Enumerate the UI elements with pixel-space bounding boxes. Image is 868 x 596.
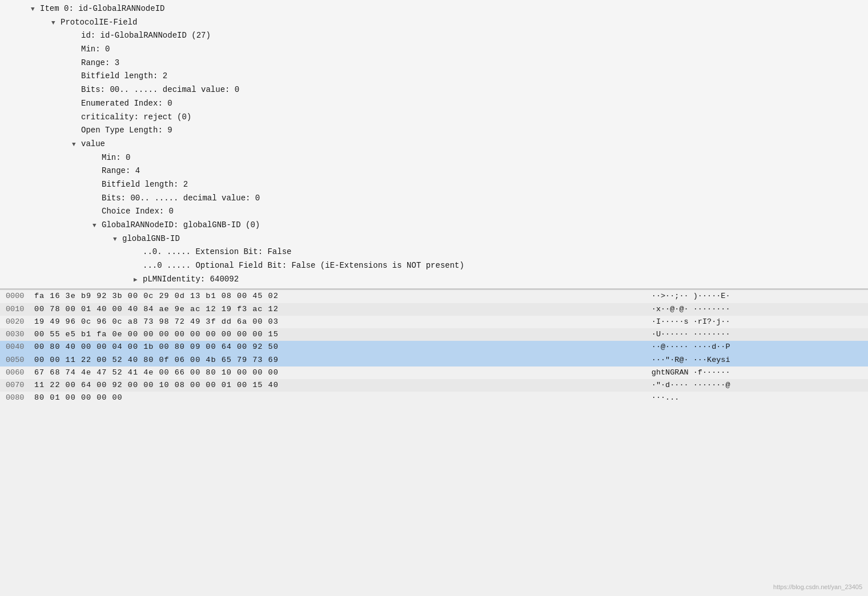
tree-node-text: Item 0: id-GlobalRANNodeID xyxy=(40,3,164,15)
tree-node-text: Min: 0 xyxy=(102,152,130,164)
hex-ascii: ·"·d···· ·······@ xyxy=(640,379,868,392)
tree-line-7[interactable]: Enumerated Index: 0 xyxy=(0,97,868,111)
hex-row[interactable]: 006067 68 74 4e 47 52 41 4e 00 66 00 80 … xyxy=(0,367,868,379)
hex-offset: 0070 xyxy=(0,379,30,392)
tree-node-text: globalGNB-ID xyxy=(122,233,180,245)
tree-node-text: Bitfield length: 2 xyxy=(81,70,167,83)
hex-bytes: 80 01 00 00 00 00 xyxy=(30,392,640,404)
tree-line-19[interactable]: ...0 ..... Optional Field Bit: False (iE… xyxy=(0,259,868,273)
tree-node-text: Min: 0 xyxy=(81,43,110,56)
hex-offset: 0040 xyxy=(0,341,30,353)
hex-row[interactable]: 002019 49 96 0c 96 0c a8 73 98 72 49 3f … xyxy=(0,316,868,328)
hex-offset: 0060 xyxy=(0,367,30,379)
tree-node-text: Enumerated Index: 0 xyxy=(81,98,172,110)
tree-arrow[interactable]: ▼ xyxy=(72,140,81,150)
hex-bytes: 00 55 e5 b1 fa 0e 00 00 00 00 00 00 00 0… xyxy=(30,328,640,341)
tree-node-text: criticality: reject (0) xyxy=(81,111,191,124)
tree-line-15[interactable]: Choice Index: 0 xyxy=(0,205,868,219)
watermark: https://blog.csdn.net/yan_23405 xyxy=(773,583,862,590)
tree-line-1[interactable]: ▼ ProtocolIE-Field xyxy=(0,16,868,30)
hex-row[interactable]: 005000 00 11 22 00 52 40 80 0f 06 00 4b … xyxy=(0,354,868,367)
tree-line-13[interactable]: Bitfield length: 2 xyxy=(0,178,868,192)
tree-line-16[interactable]: ▼ GlobalRANNodeID: globalGNB-ID (0) xyxy=(0,219,868,232)
tree-line-2[interactable]: id: id-GlobalRANNodeID (27) xyxy=(0,29,868,43)
tree-node-text: Bits: 00.. ..... decimal value: 0 xyxy=(102,192,260,205)
hex-ascii: ·I·····s ·rI?·j·· xyxy=(640,316,868,328)
hex-dump-panel: 0000fa 16 3e b9 92 3b 00 0c 29 0d 13 b1 … xyxy=(0,289,868,404)
hex-offset: 0000 xyxy=(0,290,30,303)
tree-arrow[interactable]: ▼ xyxy=(113,235,122,244)
tree-line-12[interactable]: Range: 4 xyxy=(0,164,868,178)
tree-line-6[interactable]: Bits: 00.. ..... decimal value: 0 xyxy=(0,83,868,97)
tree-line-5[interactable]: Bitfield length: 2 xyxy=(0,70,868,83)
tree-line-9[interactable]: Open Type Length: 9 xyxy=(0,124,868,138)
tree-line-3[interactable]: Min: 0 xyxy=(0,43,868,57)
hex-offset: 0010 xyxy=(0,303,30,316)
tree-node-text: Open Type Length: 9 xyxy=(81,124,172,137)
hex-bytes: 19 49 96 0c 96 0c a8 73 98 72 49 3f dd 6… xyxy=(30,316,640,328)
tree-node-text: pLMNIdentity: 640092 xyxy=(143,273,239,286)
hex-ascii: ···"·R@· ···Keysi xyxy=(640,354,868,367)
tree-line-8[interactable]: criticality: reject (0) xyxy=(0,111,868,124)
hex-bytes: 67 68 74 4e 47 52 41 4e 00 66 00 80 10 0… xyxy=(30,367,640,379)
hex-bytes: fa 16 3e b9 92 3b 00 0c 29 0d 13 b1 08 0… xyxy=(30,290,640,303)
tree-arrow[interactable]: ▼ xyxy=(93,221,102,231)
hex-ascii: ·x··@·@· ········ xyxy=(640,303,868,316)
tree-node-text: GlobalRANNodeID: globalGNB-ID (0) xyxy=(102,219,260,232)
tree-node-text: value xyxy=(81,138,105,151)
tree-line-18[interactable]: ..0. ..... Extension Bit: False xyxy=(0,245,868,259)
tree-node-text: ..0. ..... Extension Bit: False xyxy=(143,246,291,259)
tree-arrow[interactable]: ▼ xyxy=(51,18,61,28)
hex-bytes: 00 80 40 00 00 04 00 1b 00 80 09 00 64 0… xyxy=(30,341,640,353)
tree-node-text: ...0 ..... Optional Field Bit: False (iE… xyxy=(143,260,464,272)
hex-table: 0000fa 16 3e b9 92 3b 00 0c 29 0d 13 b1 … xyxy=(0,290,868,404)
tree-node-text: Range: 3 xyxy=(81,57,119,70)
tree-node-text: ProtocolIE-Field xyxy=(61,17,137,29)
hex-offset: 0080 xyxy=(0,392,30,404)
hex-offset: 0020 xyxy=(0,316,30,328)
hex-row[interactable]: 003000 55 e5 b1 fa 0e 00 00 00 00 00 00 … xyxy=(0,328,868,341)
hex-bytes: 11 22 00 64 00 92 00 00 10 08 00 00 01 0… xyxy=(30,379,640,392)
tree-node-text: Bitfield length: 2 xyxy=(102,179,188,191)
hex-bytes: 00 78 00 01 40 00 40 84 ae 9e ac 12 19 f… xyxy=(30,303,640,316)
hex-row[interactable]: 008080 01 00 00 00 00···... xyxy=(0,392,868,404)
tree-line-14[interactable]: Bits: 00.. ..... decimal value: 0 xyxy=(0,192,868,206)
tree-line-11[interactable]: Min: 0 xyxy=(0,151,868,165)
hex-row[interactable]: 001000 78 00 01 40 00 40 84 ae 9e ac 12 … xyxy=(0,303,868,316)
tree-node-text: Choice Index: 0 xyxy=(102,206,174,218)
hex-ascii: ghtNGRAN ·f······ xyxy=(640,367,868,379)
hex-bytes: 00 00 11 22 00 52 40 80 0f 06 00 4b 65 7… xyxy=(30,354,640,367)
tree-line-20[interactable]: ▶ pLMNIdentity: 640092 xyxy=(0,273,868,287)
tree-arrow[interactable]: ▶ xyxy=(134,275,143,285)
hex-row[interactable]: 004000 80 40 00 00 04 00 1b 00 80 09 00 … xyxy=(0,341,868,353)
hex-row[interactable]: 0000fa 16 3e b9 92 3b 00 0c 29 0d 13 b1 … xyxy=(0,290,868,303)
tree-node-text: Bits: 00.. ..... decimal value: 0 xyxy=(81,84,239,96)
hex-ascii: ·U······ ········ xyxy=(640,328,868,341)
hex-ascii: ··>··;·· )·····E· xyxy=(640,290,868,303)
hex-row[interactable]: 007011 22 00 64 00 92 00 00 10 08 00 00 … xyxy=(0,379,868,392)
tree-line-17[interactable]: ▼ globalGNB-ID xyxy=(0,232,868,246)
protocol-tree-panel: ▼ Item 0: id-GlobalRANNodeID▼ ProtocolIE… xyxy=(0,0,868,289)
tree-node-text: Range: 4 xyxy=(102,165,140,178)
hex-offset: 0050 xyxy=(0,354,30,367)
hex-offset: 0030 xyxy=(0,328,30,341)
tree-line-0[interactable]: ▼ Item 0: id-GlobalRANNodeID xyxy=(0,2,868,16)
tree-node-text: id: id-GlobalRANNodeID (27) xyxy=(81,30,211,42)
tree-arrow[interactable]: ▼ xyxy=(31,5,40,14)
hex-ascii: ··@····· ····d··P xyxy=(640,341,868,353)
tree-line-4[interactable]: Range: 3 xyxy=(0,57,868,70)
tree-line-10[interactable]: ▼ value xyxy=(0,138,868,151)
hex-ascii: ···... xyxy=(640,392,868,404)
